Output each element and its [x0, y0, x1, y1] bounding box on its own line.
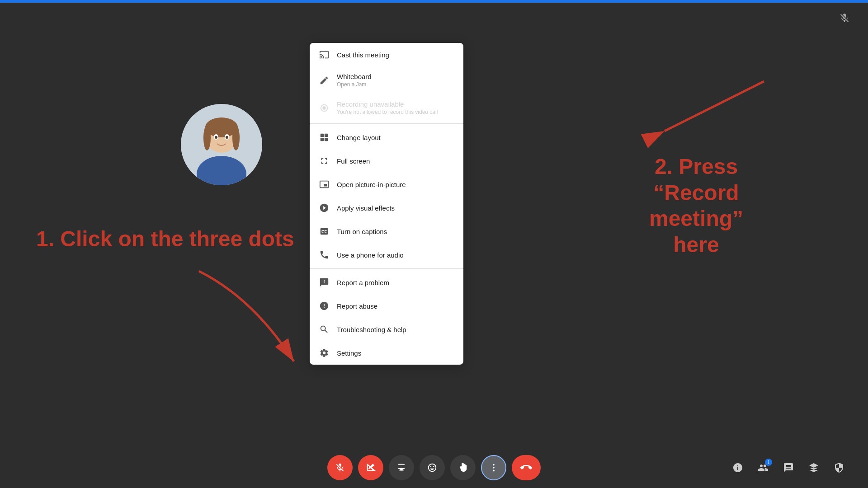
- whiteboard-sublabel: Open a Jam: [337, 81, 454, 88]
- emoji-button[interactable]: [420, 455, 445, 480]
- toolbar-center: [327, 455, 541, 480]
- svg-point-21: [493, 470, 495, 472]
- divider-1: [310, 123, 463, 124]
- phone-icon: [319, 249, 330, 260]
- report-problem-label: Report a problem: [337, 279, 454, 286]
- settings-label: Settings: [337, 349, 454, 357]
- cast-icon: [319, 49, 330, 60]
- report-problem-icon: [319, 277, 330, 288]
- menu-item-settings[interactable]: Settings: [310, 341, 463, 365]
- menu-item-recording: Recording unavailable You're not allowed…: [310, 94, 463, 122]
- phone-audio-label: Use a phone for audio: [337, 251, 454, 259]
- info-button[interactable]: [727, 457, 749, 479]
- annotation-text-2: 2. Press “Record meeting” here: [624, 154, 769, 258]
- layout-icon: [319, 132, 330, 143]
- fullscreen-icon: [319, 155, 330, 166]
- pip-icon: [319, 179, 330, 190]
- whiteboard-label: Whiteboard: [337, 73, 454, 80]
- host-button[interactable]: [828, 457, 850, 479]
- people-button[interactable]: 1: [752, 457, 774, 479]
- divider-2: [310, 268, 463, 269]
- activities-button[interactable]: [803, 457, 825, 479]
- recording-sublabel: You're not allowed to record this video …: [337, 109, 454, 115]
- toolbar-right: 1: [727, 457, 850, 479]
- arrow-to-recording: [637, 72, 773, 154]
- troubleshoot-icon: [319, 324, 330, 335]
- effects-icon: [319, 202, 330, 213]
- annotation-text-1: 1. Click on the three dots: [36, 226, 294, 252]
- layout-label: Change layout: [337, 134, 454, 141]
- report-abuse-label: Report abuse: [337, 302, 454, 310]
- raise-hand-button[interactable]: [450, 455, 476, 480]
- edit-icon: [319, 75, 330, 86]
- settings-icon: [319, 347, 330, 358]
- svg-point-20: [493, 467, 495, 469]
- more-options-button[interactable]: [481, 455, 506, 480]
- pip-label: Open picture-in-picture: [337, 181, 454, 188]
- menu-item-cast[interactable]: Cast this meeting: [310, 43, 463, 66]
- effects-label: Apply visual effects: [337, 204, 454, 212]
- recording-label: Recording unavailable: [337, 100, 454, 108]
- top-bar: [0, 0, 868, 3]
- menu-item-captions[interactable]: Turn on captions: [310, 220, 463, 243]
- menu-item-pip[interactable]: Open picture-in-picture: [310, 173, 463, 196]
- svg-rect-10: [206, 163, 237, 185]
- avatar: [181, 104, 262, 185]
- camera-button[interactable]: [358, 455, 383, 480]
- captions-icon: [319, 226, 330, 237]
- captions-label: Turn on captions: [337, 228, 454, 235]
- menu-item-effects[interactable]: Apply visual effects: [310, 196, 463, 220]
- svg-rect-17: [321, 138, 324, 141]
- menu-item-report-problem[interactable]: Report a problem: [310, 271, 463, 294]
- end-call-button[interactable]: [512, 455, 541, 480]
- menu-item-phone-audio[interactable]: Use a phone for audio: [310, 243, 463, 267]
- top-right-mic-icon: [839, 13, 850, 26]
- record-icon: [319, 103, 330, 113]
- bottom-toolbar: 1: [0, 447, 868, 488]
- dropdown-menu: Cast this meeting Whiteboard Open a Jam …: [310, 43, 463, 365]
- cast-label: Cast this meeting: [337, 51, 454, 59]
- svg-point-8: [215, 136, 217, 139]
- fullscreen-label: Full screen: [337, 157, 454, 165]
- menu-item-whiteboard[interactable]: Whiteboard Open a Jam: [310, 66, 463, 94]
- report-abuse-icon: [319, 300, 330, 311]
- people-badge: 1: [765, 459, 772, 466]
- svg-point-9: [226, 136, 228, 139]
- menu-item-troubleshoot[interactable]: Troubleshooting & help: [310, 318, 463, 341]
- svg-rect-16: [325, 134, 328, 137]
- menu-item-report-abuse[interactable]: Report abuse: [310, 294, 463, 318]
- arrow-to-three-dots: [172, 262, 316, 375]
- mic-button[interactable]: [327, 455, 353, 480]
- chat-button[interactable]: [778, 457, 799, 479]
- troubleshoot-label: Troubleshooting & help: [337, 326, 454, 333]
- svg-point-14: [322, 106, 326, 109]
- menu-item-fullscreen[interactable]: Full screen: [310, 149, 463, 173]
- svg-point-19: [493, 464, 495, 466]
- svg-rect-15: [321, 134, 324, 137]
- svg-rect-18: [325, 138, 328, 141]
- svg-point-4: [203, 125, 211, 150]
- svg-point-5: [232, 125, 240, 150]
- present-button[interactable]: [389, 455, 414, 480]
- menu-item-layout[interactable]: Change layout: [310, 126, 463, 149]
